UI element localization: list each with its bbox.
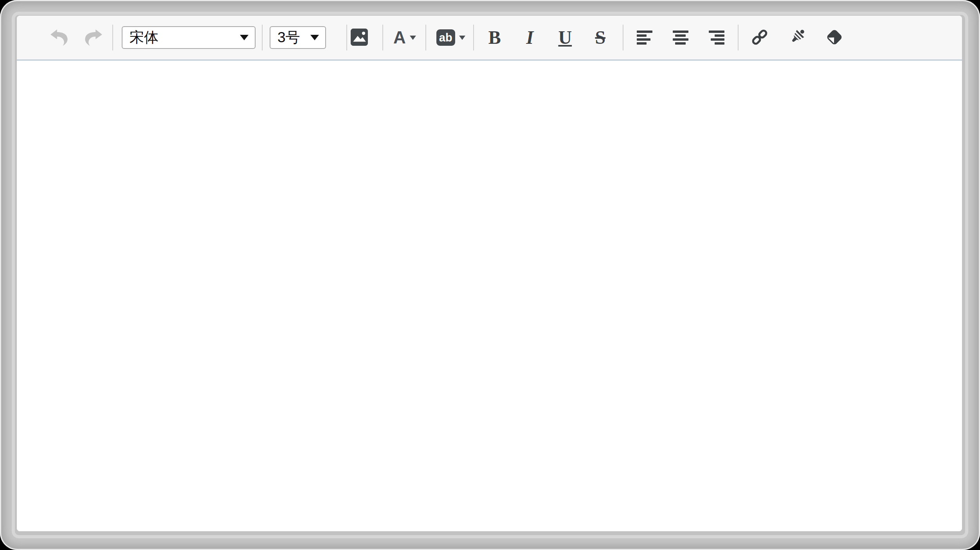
- font-family-value: 宋体: [122, 28, 159, 47]
- editor-toolbar: 宋体 3号 A: [17, 16, 962, 61]
- highlight-color-button[interactable]: ab: [436, 29, 465, 46]
- link-icon: [750, 28, 769, 48]
- redo-button[interactable]: [83, 28, 104, 47]
- caret-down-icon: [410, 36, 416, 40]
- align-left-icon: [637, 31, 652, 45]
- toolbar-divider: [262, 25, 263, 50]
- caret-down-icon: [240, 35, 249, 40]
- eraser-icon: [825, 27, 844, 48]
- redo-icon: [83, 28, 104, 47]
- font-color-label: A: [393, 28, 406, 47]
- align-left-button[interactable]: [637, 31, 652, 45]
- toolbar-divider: [738, 25, 739, 50]
- toolbar-divider: [346, 25, 347, 50]
- align-center-icon: [673, 31, 688, 45]
- font-color-button[interactable]: A: [393, 28, 416, 47]
- image-icon: [350, 28, 368, 47]
- align-center-button[interactable]: [673, 31, 688, 45]
- toolbar-divider: [382, 25, 383, 50]
- clear-format-button[interactable]: [825, 27, 844, 48]
- highlight-color-icon: ab: [436, 29, 455, 46]
- format-brush-button[interactable]: [787, 27, 807, 48]
- font-size-value: 3号: [270, 28, 300, 47]
- toolbar-divider: [112, 25, 113, 50]
- toolbar-divider: [425, 25, 426, 50]
- caret-down-icon: [310, 35, 319, 40]
- align-right-button[interactable]: [709, 31, 724, 45]
- underline-button[interactable]: U: [553, 24, 577, 51]
- toolbar-divider: [473, 25, 474, 50]
- undo-icon: [49, 28, 69, 47]
- italic-button[interactable]: I: [518, 24, 542, 51]
- rich-text-editor: 宋体 3号 A: [17, 16, 962, 531]
- font-family-select[interactable]: 宋体: [122, 26, 256, 49]
- strikethrough-button[interactable]: S: [588, 24, 612, 51]
- format-brush-icon: [787, 27, 807, 48]
- align-right-icon: [709, 31, 724, 45]
- insert-link-button[interactable]: [750, 28, 769, 48]
- caret-down-icon: [459, 36, 465, 40]
- insert-image-button[interactable]: [350, 28, 368, 47]
- font-size-select[interactable]: 3号: [270, 26, 326, 49]
- undo-button[interactable]: [49, 28, 69, 47]
- toolbar-divider: [623, 25, 623, 50]
- editor-content-area[interactable]: [17, 61, 962, 531]
- bold-button[interactable]: B: [483, 24, 507, 51]
